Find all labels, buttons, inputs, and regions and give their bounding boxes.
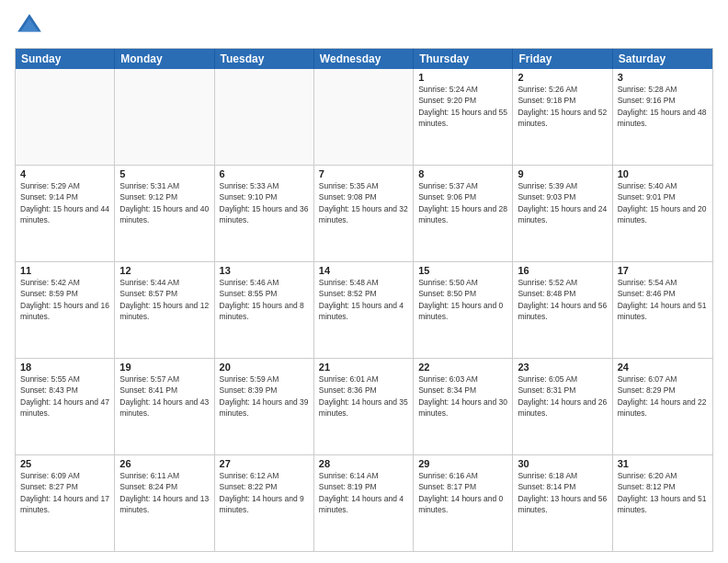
calendar-cell: 16Sunrise: 5:52 AMSunset: 8:48 PMDayligh… [513,262,612,358]
sun-info: Sunrise: 6:20 AMSunset: 8:12 PMDaylight:… [618,470,708,515]
day-number: 11 [20,265,109,276]
calendar: SundayMondayTuesdayWednesdayThursdayFrid… [15,48,713,552]
sun-info: Sunrise: 5:31 AMSunset: 9:12 PMDaylight:… [119,180,209,225]
sun-info: Sunrise: 5:35 AMSunset: 9:08 PMDaylight:… [319,180,408,225]
calendar-cell [215,69,314,165]
weekday-header-saturday: Saturday [613,49,712,69]
calendar-header: SundayMondayTuesdayWednesdayThursdayFrid… [16,49,712,69]
day-number: 1 [418,72,507,83]
day-number: 18 [20,362,109,373]
weekday-header-tuesday: Tuesday [215,49,314,69]
calendar-cell: 28Sunrise: 6:14 AMSunset: 8:19 PMDayligh… [314,455,414,551]
day-number: 16 [518,265,607,276]
day-number: 30 [518,458,607,469]
calendar-body: 1Sunrise: 5:24 AMSunset: 9:20 PMDaylight… [16,69,712,551]
day-number: 2 [518,72,607,83]
day-number: 26 [119,458,209,469]
day-number: 24 [618,362,708,373]
calendar-row: 18Sunrise: 5:55 AMSunset: 8:43 PMDayligh… [16,358,712,454]
sun-info: Sunrise: 5:29 AMSunset: 9:14 PMDaylight:… [20,180,109,225]
calendar-cell: 2Sunrise: 5:26 AMSunset: 9:18 PMDaylight… [513,69,612,165]
header [15,11,713,40]
calendar-cell: 6Sunrise: 5:33 AMSunset: 9:10 PMDaylight… [215,166,314,261]
day-number: 8 [418,168,507,179]
weekday-header-sunday: Sunday [16,49,115,69]
weekday-header-thursday: Thursday [414,49,513,69]
sun-info: Sunrise: 5:48 AMSunset: 8:52 PMDaylight:… [319,277,408,322]
logo [15,11,48,40]
sun-info: Sunrise: 5:39 AMSunset: 9:03 PMDaylight:… [518,180,607,225]
calendar-cell: 29Sunrise: 6:16 AMSunset: 8:17 PMDayligh… [414,455,513,551]
sun-info: Sunrise: 5:28 AMSunset: 9:16 PMDaylight:… [618,84,708,129]
day-number: 20 [220,362,309,373]
calendar-cell: 5Sunrise: 5:31 AMSunset: 9:12 PMDaylight… [115,166,214,261]
day-number: 17 [618,265,708,276]
day-number: 12 [119,265,209,276]
sun-info: Sunrise: 6:12 AMSunset: 8:22 PMDaylight:… [220,470,309,515]
calendar-cell: 17Sunrise: 5:54 AMSunset: 8:46 PMDayligh… [613,262,712,358]
sun-info: Sunrise: 6:05 AMSunset: 8:31 PMDaylight:… [518,373,607,419]
calendar-cell: 1Sunrise: 5:24 AMSunset: 9:20 PMDaylight… [414,69,513,165]
sun-info: Sunrise: 5:37 AMSunset: 9:06 PMDaylight:… [418,180,507,225]
day-number: 19 [119,362,209,373]
weekday-header-friday: Friday [513,49,612,69]
sun-info: Sunrise: 6:03 AMSunset: 8:34 PMDaylight:… [418,373,507,419]
day-number: 27 [220,458,309,469]
day-number: 28 [319,458,408,469]
calendar-cell: 26Sunrise: 6:11 AMSunset: 8:24 PMDayligh… [115,455,214,551]
calendar-cell: 7Sunrise: 5:35 AMSunset: 9:08 PMDaylight… [314,166,414,261]
sun-info: Sunrise: 5:55 AMSunset: 8:43 PMDaylight:… [20,373,109,419]
sun-info: Sunrise: 5:59 AMSunset: 8:39 PMDaylight:… [220,373,309,419]
calendar-cell: 13Sunrise: 5:46 AMSunset: 8:55 PMDayligh… [215,262,314,358]
day-number: 15 [418,265,507,276]
calendar-cell: 21Sunrise: 6:01 AMSunset: 8:36 PMDayligh… [314,359,414,454]
calendar-cell: 4Sunrise: 5:29 AMSunset: 9:14 PMDaylight… [16,166,115,261]
sun-info: Sunrise: 5:24 AMSunset: 9:20 PMDaylight:… [418,84,507,129]
calendar-row: 4Sunrise: 5:29 AMSunset: 9:14 PMDaylight… [16,165,712,261]
sun-info: Sunrise: 6:16 AMSunset: 8:17 PMDaylight:… [418,470,507,515]
sun-info: Sunrise: 6:14 AMSunset: 8:19 PMDaylight:… [319,470,408,515]
calendar-row: 1Sunrise: 5:24 AMSunset: 9:20 PMDaylight… [16,69,712,165]
day-number: 13 [220,265,309,276]
day-number: 10 [618,168,708,179]
calendar-cell: 15Sunrise: 5:50 AMSunset: 8:50 PMDayligh… [414,262,513,358]
sun-info: Sunrise: 5:54 AMSunset: 8:46 PMDaylight:… [618,277,708,322]
day-number: 5 [119,168,209,179]
day-number: 29 [418,458,507,469]
day-number: 21 [319,362,408,373]
sun-info: Sunrise: 6:18 AMSunset: 8:14 PMDaylight:… [518,470,607,515]
logo-icon [15,11,44,40]
sun-info: Sunrise: 5:52 AMSunset: 8:48 PMDaylight:… [518,277,607,322]
calendar-cell: 23Sunrise: 6:05 AMSunset: 8:31 PMDayligh… [513,359,612,454]
sun-info: Sunrise: 5:40 AMSunset: 9:01 PMDaylight:… [618,180,708,225]
day-number: 25 [20,458,109,469]
page: SundayMondayTuesdayWednesdayThursdayFrid… [0,0,728,563]
calendar-cell: 9Sunrise: 5:39 AMSunset: 9:03 PMDaylight… [513,166,612,261]
sun-info: Sunrise: 5:50 AMSunset: 8:50 PMDaylight:… [418,277,507,322]
day-number: 3 [618,72,708,83]
day-number: 9 [518,168,607,179]
calendar-cell: 20Sunrise: 5:59 AMSunset: 8:39 PMDayligh… [215,359,314,454]
calendar-cell: 25Sunrise: 6:09 AMSunset: 8:27 PMDayligh… [16,455,115,551]
calendar-cell: 31Sunrise: 6:20 AMSunset: 8:12 PMDayligh… [613,455,712,551]
sun-info: Sunrise: 5:26 AMSunset: 9:18 PMDaylight:… [518,84,607,129]
sun-info: Sunrise: 6:09 AMSunset: 8:27 PMDaylight:… [20,470,109,515]
sun-info: Sunrise: 6:01 AMSunset: 8:36 PMDaylight:… [319,373,408,419]
weekday-header-monday: Monday [115,49,214,69]
day-number: 31 [618,458,708,469]
sun-info: Sunrise: 5:44 AMSunset: 8:57 PMDaylight:… [119,277,209,322]
calendar-cell: 18Sunrise: 5:55 AMSunset: 8:43 PMDayligh… [16,359,115,454]
weekday-header-wednesday: Wednesday [314,49,414,69]
calendar-cell: 12Sunrise: 5:44 AMSunset: 8:57 PMDayligh… [115,262,214,358]
calendar-cell: 3Sunrise: 5:28 AMSunset: 9:16 PMDaylight… [613,69,712,165]
sun-info: Sunrise: 5:42 AMSunset: 8:59 PMDaylight:… [20,277,109,322]
calendar-cell [314,69,414,165]
calendar-cell: 14Sunrise: 5:48 AMSunset: 8:52 PMDayligh… [314,262,414,358]
calendar-cell: 30Sunrise: 6:18 AMSunset: 8:14 PMDayligh… [513,455,612,551]
calendar-cell: 11Sunrise: 5:42 AMSunset: 8:59 PMDayligh… [16,262,115,358]
day-number: 7 [319,168,408,179]
sun-info: Sunrise: 5:46 AMSunset: 8:55 PMDaylight:… [220,277,309,322]
calendar-cell [115,69,214,165]
calendar-cell: 24Sunrise: 6:07 AMSunset: 8:29 PMDayligh… [613,359,712,454]
calendar-cell [16,69,115,165]
